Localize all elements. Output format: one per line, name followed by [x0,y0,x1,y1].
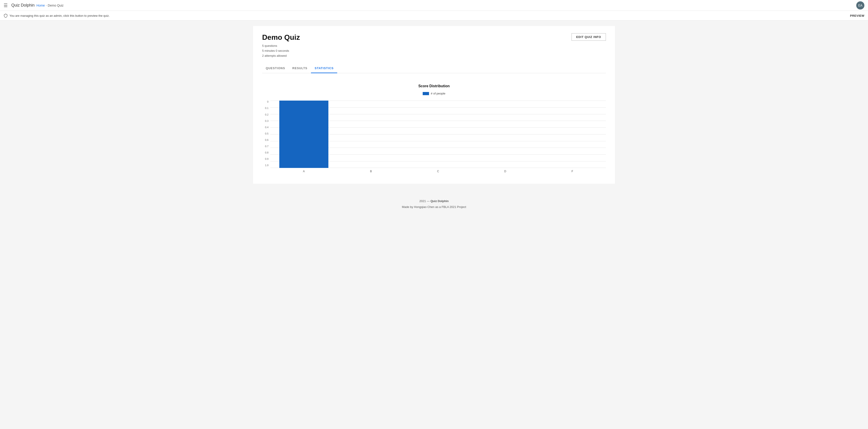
y-tick-00: 0 [262,101,269,103]
questions-count: 5 questions [262,43,300,48]
header: ☰ Quiz Dolphin Home - Demo Quiz EA [0,0,868,11]
preview-button[interactable]: PREVIEW [850,14,864,18]
chart-section: Score Distribution # of people 1.0 0.9 0… [262,80,606,176]
footer: 2021 — Quiz Dolphin Made by Hongqiao Che… [0,189,868,219]
x-label-b: B [337,170,405,173]
footer-credit: Made by Hongqiao Chen as a FBLA 2021 Pro… [4,204,864,210]
bar-col-c [405,101,472,168]
admin-banner: You are managing this quiz as an admin, … [0,11,868,21]
chart-title: Score Distribution [262,84,606,88]
nav-separator: - [46,4,47,7]
tab-questions[interactable]: QUESTIONS [262,64,289,73]
bar-a [279,101,329,168]
y-tick-01: 0.1 [262,107,269,109]
tabs: QUESTIONS RESULTS STATISTICS [262,64,606,73]
quiz-meta: 5 questions 5 minutes 0 seconds 2 attemp… [262,43,300,58]
bar-col-d [471,101,539,168]
y-tick-03: 0.3 [262,120,269,122]
x-label-a: A [270,170,337,173]
edit-quiz-button[interactable]: EDIT QUIZ INFO [571,33,606,41]
footer-brand: Quiz Dolphin [431,199,449,203]
bar-col-f [539,101,606,168]
y-tick-04: 0.4 [262,126,269,129]
quiz-info: Demo Quiz 5 questions 5 minutes 0 second… [262,33,300,58]
y-tick-06: 0.6 [262,139,269,141]
bars-area [270,101,606,168]
chart-grid-area [270,101,606,168]
menu-icon[interactable]: ☰ [4,3,8,8]
y-tick-08: 0.8 [262,152,269,154]
chart-plot: A B C D F [270,101,606,173]
admin-banner-message-area: You are managing this quiz as an admin, … [4,13,110,18]
bar-col-a [270,101,337,168]
bar-col-b [337,101,405,168]
footer-year-brand: 2021 — Quiz Dolphin [4,198,864,204]
brand-name: Quiz Dolphin [11,3,35,8]
footer-year: 2021 [419,199,426,203]
y-axis: 1.0 0.9 0.8 0.7 0.6 0.5 0.4 0.3 0.2 0.1 … [262,101,270,173]
y-tick-07: 0.7 [262,145,269,147]
footer-dash: — [427,199,431,203]
x-axis: A B C D F [270,170,606,173]
x-label-f: F [539,170,606,173]
quiz-title: Demo Quiz [262,33,300,42]
nav-home-link[interactable]: Home [36,4,45,7]
breadcrumb: Home - Demo Quiz [36,4,64,7]
legend-color-swatch [423,92,429,95]
y-tick-02: 0.2 [262,113,269,116]
shield-icon [4,13,8,18]
tab-results[interactable]: RESULTS [289,64,311,73]
legend-label: # of people [431,92,445,95]
quiz-header: Demo Quiz 5 questions 5 minutes 0 second… [262,33,606,58]
chart-container: 1.0 0.9 0.8 0.7 0.6 0.5 0.4 0.3 0.2 0.1 … [262,101,606,173]
quiz-duration: 5 minutes 0 seconds [262,48,300,53]
y-tick-10: 1.0 [262,164,269,167]
nav-current-page: Demo Quiz [48,4,64,7]
quiz-attempts: 2 attempts allowed [262,53,300,58]
x-label-d: D [471,170,539,173]
y-tick-09: 0.9 [262,158,269,160]
tab-statistics[interactable]: STATISTICS [311,64,337,73]
y-tick-05: 0.5 [262,132,269,135]
chart-legend: # of people [262,92,606,95]
x-label-c: C [405,170,472,173]
admin-banner-text: You are managing this quiz as an admin, … [9,14,110,18]
main-content: Demo Quiz 5 questions 5 minutes 0 second… [253,26,615,184]
avatar[interactable]: EA [856,1,864,9]
